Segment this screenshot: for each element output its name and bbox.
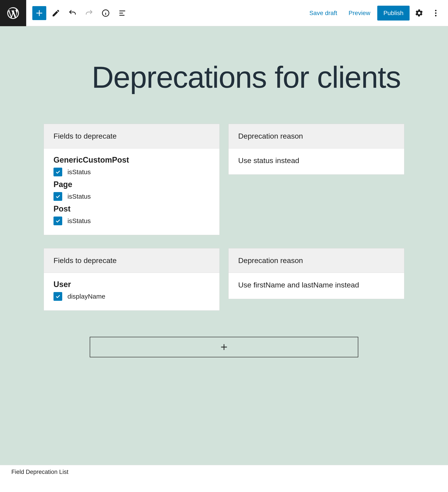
field-row: isStatus <box>53 216 210 225</box>
pencil-icon <box>52 9 60 18</box>
field-row: isStatus <box>53 192 210 201</box>
reason-text: Use status instead <box>238 154 395 166</box>
field-checkbox[interactable] <box>53 192 62 201</box>
info-icon <box>101 9 110 18</box>
wordpress-logo[interactable] <box>0 0 26 26</box>
editor-canvas: Deprecations for clients Fields to depre… <box>0 26 448 465</box>
svg-point-3 <box>435 15 437 16</box>
card-body: Use firstName and lastName instead <box>229 273 404 299</box>
edit-mode-button[interactable] <box>49 6 63 20</box>
card-body: Use status instead <box>229 148 404 174</box>
card-body: User displayName <box>44 273 219 310</box>
check-icon <box>55 169 61 175</box>
list-icon <box>118 9 127 18</box>
plus-icon <box>220 343 228 351</box>
card-header: Deprecation reason <box>229 124 404 148</box>
reason-text: Use firstName and lastName instead <box>238 279 395 291</box>
field-name: isStatus <box>67 193 91 200</box>
block-breadcrumb: Field Deprecation List <box>0 465 448 479</box>
breadcrumb-item[interactable]: Field Deprecation List <box>11 469 68 475</box>
publish-button[interactable]: Publish <box>377 6 410 20</box>
card-body: GenericCustomPost isStatus Page isStatus… <box>44 148 219 235</box>
toolbar-left-group <box>26 6 129 20</box>
type-name: GenericCustomPost <box>53 155 210 164</box>
svg-point-2 <box>435 12 437 14</box>
preview-button[interactable]: Preview <box>344 6 375 20</box>
check-icon <box>55 194 61 199</box>
outline-button[interactable] <box>115 6 129 20</box>
blocks-container: Fields to deprecate GenericCustomPost is… <box>44 124 404 357</box>
card-header: Deprecation reason <box>229 248 404 273</box>
type-name: Post <box>53 204 210 214</box>
field-name: isStatus <box>67 217 91 225</box>
add-block-button[interactable] <box>32 6 46 20</box>
undo-icon <box>68 9 77 18</box>
card-header: Fields to deprecate <box>44 124 219 148</box>
editor-top-toolbar: Save draft Preview Publish <box>0 0 448 26</box>
undo-button[interactable] <box>65 6 80 20</box>
plus-icon <box>35 9 44 18</box>
toolbar-right-group: Save draft Preview Publish <box>305 6 448 20</box>
field-row: displayName <box>53 292 210 301</box>
gear-icon <box>415 9 424 18</box>
field-name: displayName <box>67 293 105 300</box>
redo-button[interactable] <box>82 6 96 20</box>
wordpress-icon <box>6 6 20 20</box>
info-button[interactable] <box>99 6 113 20</box>
dots-vertical-icon <box>431 9 440 18</box>
fields-card[interactable]: Fields to deprecate User displayName <box>44 248 220 311</box>
card-header: Fields to deprecate <box>44 248 219 273</box>
type-name: Page <box>53 180 210 189</box>
save-draft-button[interactable]: Save draft <box>305 6 342 20</box>
reason-card[interactable]: Deprecation reason Use firstName and las… <box>228 248 404 299</box>
more-options-button[interactable] <box>429 6 443 20</box>
fields-card[interactable]: Fields to deprecate GenericCustomPost is… <box>44 124 220 235</box>
settings-button[interactable] <box>412 6 426 20</box>
add-block-appender[interactable] <box>90 337 358 357</box>
field-checkbox[interactable] <box>53 168 62 176</box>
reason-card[interactable]: Deprecation reason Use status instead <box>228 124 404 175</box>
check-icon <box>55 218 61 224</box>
check-icon <box>55 294 61 299</box>
svg-point-1 <box>435 10 437 11</box>
field-checkbox[interactable] <box>53 216 62 225</box>
field-name: isStatus <box>67 168 91 176</box>
redo-icon <box>85 9 94 18</box>
field-checkbox[interactable] <box>53 292 62 301</box>
field-row: isStatus <box>53 168 210 176</box>
deprecation-block: Fields to deprecate User displayName Dep… <box>44 248 404 311</box>
page-title[interactable]: Deprecations for clients <box>92 61 404 93</box>
type-name: User <box>53 280 210 289</box>
deprecation-block: Fields to deprecate GenericCustomPost is… <box>44 124 404 235</box>
